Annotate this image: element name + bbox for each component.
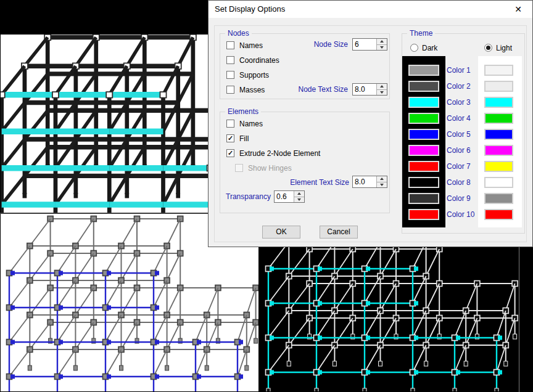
color-label-4: Color 4	[447, 114, 479, 123]
spin-up-button[interactable]	[377, 176, 387, 182]
node-size-spinner[interactable]: 6	[352, 38, 387, 51]
checkbox-box[interactable]	[226, 86, 234, 94]
node-size-label: Node Size	[283, 40, 348, 49]
checkbox-label: Show Hinges	[248, 164, 292, 173]
swatch-dark-color-4[interactable]	[408, 113, 439, 124]
swatch-dark-color-8[interactable]	[408, 177, 439, 188]
spin-up-button[interactable]	[377, 84, 387, 90]
up-arrow-icon	[380, 178, 384, 180]
radio-label: Light	[496, 44, 512, 52]
element-text-size-value[interactable]: 8.0	[353, 176, 376, 187]
dialog-titlebar[interactable]: Set Display Options ✕	[209, 1, 532, 18]
checkbox-names[interactable]: Names	[226, 41, 279, 49]
checkbox-box[interactable]	[226, 120, 234, 128]
node-text-size-value[interactable]: 8.0	[353, 84, 376, 95]
checkbox-label: Supports	[239, 71, 269, 80]
color-label-6: Color 6	[447, 146, 479, 155]
swatch-light-color-6[interactable]	[484, 145, 513, 156]
swatch-light-color-5[interactable]	[484, 129, 513, 140]
checkbox-box[interactable]: ✓	[226, 134, 234, 142]
spin-down-button[interactable]	[377, 45, 387, 51]
color-label-2: Color 2	[447, 82, 479, 91]
elements-checkbox-list: Names✓Fill✓Extrude 2-Node ElementShow Hi…	[226, 119, 320, 178]
checkbox-extrude-2-node-element[interactable]: ✓Extrude 2-Node Element	[226, 149, 320, 157]
checkbox-box	[235, 164, 243, 172]
swatch-dark-color-2[interactable]	[408, 81, 439, 92]
theme-group-label: Theme	[407, 29, 435, 38]
color-label-8: Color 8	[447, 178, 479, 187]
transparancy-value[interactable]: 0.6	[275, 191, 294, 202]
ok-button-label: OK	[276, 227, 286, 236]
nodes-group-label: Nodes	[225, 29, 252, 38]
radio-light[interactable]: Light	[484, 43, 512, 52]
node-text-size-spinner[interactable]: 8.0	[352, 83, 387, 96]
spin-down-button[interactable]	[377, 90, 387, 96]
up-arrow-icon	[380, 40, 384, 43]
up-arrow-icon	[297, 192, 301, 195]
swatch-dark-color-6[interactable]	[408, 145, 439, 156]
swatch-dark-color-9[interactable]	[408, 193, 439, 204]
ok-button[interactable]: OK	[262, 226, 300, 239]
down-arrow-icon	[380, 91, 384, 94]
color-label-3: Color 3	[447, 98, 479, 107]
color-label-9: Color 9	[447, 194, 479, 203]
checkbox-coordinates[interactable]: Coordinates	[226, 55, 279, 63]
swatch-light-color-4[interactable]	[484, 113, 513, 124]
spin-up-button[interactable]	[294, 191, 304, 197]
swatch-light-color-1[interactable]	[484, 65, 513, 76]
set-display-options-dialog: Set Display Options ✕ Nodes NamesCoordin…	[208, 0, 533, 247]
color-label-7: Color 7	[447, 162, 479, 171]
swatch-dark-color-3[interactable]	[408, 97, 439, 108]
swatch-light-color-8[interactable]	[484, 177, 513, 188]
node-text-size-label: Node Text Size	[270, 85, 348, 94]
checkbox-box[interactable]	[226, 71, 234, 79]
swatch-light-color-7[interactable]	[484, 161, 513, 172]
spin-down-button[interactable]	[294, 197, 304, 203]
color-label-10: Color 10	[447, 210, 479, 219]
swatch-light-color-9[interactable]	[484, 193, 513, 204]
swatch-light-color-10[interactable]	[484, 209, 513, 220]
extruded-frame-drawing	[1, 35, 208, 213]
color-label-1: Color 1	[447, 66, 479, 75]
swatch-dark-color-7[interactable]	[408, 161, 439, 172]
checkbox-label: Fill	[239, 134, 249, 143]
checkbox-label: Extrude 2-Node Element	[239, 149, 320, 158]
close-icon[interactable]: ✕	[513, 4, 524, 15]
checkbox-label: Names	[239, 120, 263, 128]
viewport-wireframe-dark[interactable]	[259, 247, 519, 391]
cancel-button[interactable]: Cancel	[320, 226, 358, 239]
transparancy-spinner[interactable]: 0.6	[274, 190, 305, 203]
radio-circle-icon[interactable]	[410, 44, 418, 52]
checkbox-names[interactable]: Names	[226, 119, 320, 127]
swatch-dark-color-5[interactable]	[408, 129, 439, 140]
down-arrow-icon	[380, 46, 384, 49]
spin-down-button[interactable]	[377, 182, 387, 188]
checkbox-box[interactable]: ✓	[226, 149, 234, 157]
element-text-size-spinner[interactable]: 8.0	[352, 176, 387, 188]
element-text-size-label: Element Text Size	[281, 178, 349, 187]
node-size-value[interactable]: 6	[353, 39, 376, 50]
transparancy-label: Transparancy	[226, 192, 270, 201]
checkbox-box[interactable]	[226, 41, 234, 49]
checkbox-label: Names	[239, 41, 263, 50]
app-window: Set Display Options ✕ Nodes NamesCoordin…	[0, 0, 533, 392]
checkbox-box[interactable]	[226, 56, 234, 64]
down-arrow-icon	[380, 184, 384, 186]
checkbox-supports[interactable]: Supports	[226, 70, 279, 78]
swatch-dark-color-10[interactable]	[408, 209, 439, 220]
down-arrow-icon	[297, 198, 301, 201]
wireframe-dark-drawing	[260, 247, 519, 391]
radio-dark[interactable]: Dark	[410, 43, 437, 52]
radio-circle-icon[interactable]	[484, 44, 492, 52]
swatch-light-color-3[interactable]	[484, 97, 513, 108]
swatch-dark-color-1[interactable]	[408, 65, 439, 76]
color-label-column: Color 1Color 2Color 3Color 4Color 5Color…	[447, 56, 479, 227]
swatch-light-color-2[interactable]	[484, 81, 513, 92]
checkbox-label: Masses	[239, 86, 265, 94]
viewport-extruded-model[interactable]	[1, 35, 208, 213]
color-label-5: Color 5	[447, 130, 479, 139]
light-theme-swatch-panel	[478, 56, 522, 227]
spin-up-button[interactable]	[377, 39, 387, 45]
checkbox-fill[interactable]: ✓Fill	[226, 134, 320, 142]
checkbox-show-hinges: Show Hinges	[235, 163, 320, 171]
